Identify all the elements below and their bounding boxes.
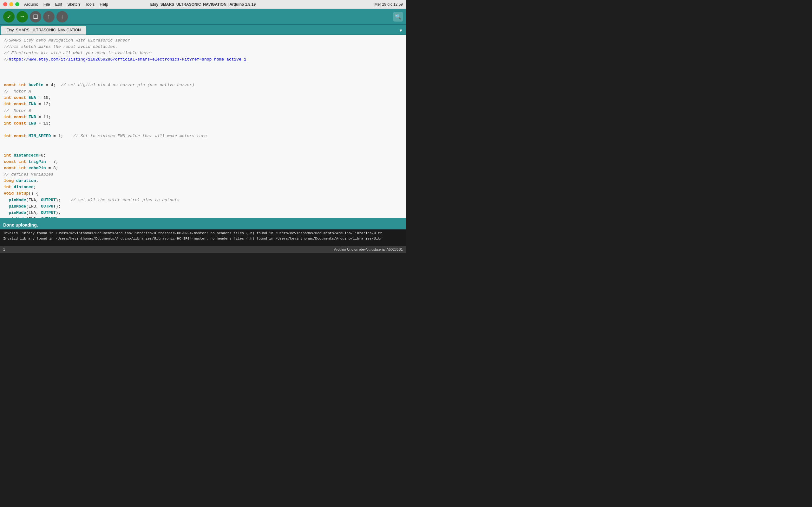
active-tab[interactable]: Etsy_SMARS_ULTRASONIC_NAVIGATION bbox=[1, 26, 86, 35]
code-line-24: int distance; bbox=[4, 184, 402, 190]
console-output: Invalid library found in /Users/kevintho… bbox=[0, 229, 406, 246]
code-line-5 bbox=[4, 63, 402, 69]
toolbar: ✓ → ☐ ↑ ↓ 🔍 bbox=[0, 9, 406, 25]
window-controls[interactable] bbox=[3, 2, 19, 6]
code-line-10: int const ENA = 10; bbox=[4, 95, 402, 101]
code-line-22: // defines variables bbox=[4, 171, 402, 178]
line-number: 1 bbox=[3, 247, 5, 251]
code-line-13: int const ENB = 11; bbox=[4, 114, 402, 120]
code-line-4: //https://www.etsy.com/it/listing/110265… bbox=[4, 56, 402, 63]
status-bar: 1 Arduino Uno on /dev/cu.usbserial-A5028… bbox=[0, 246, 406, 253]
code-line-21: const int echoPin = 8; bbox=[4, 165, 402, 171]
code-line-20: const int trigPin = 7; bbox=[4, 159, 402, 165]
code-line-28: pinMode(INA, OUTPUT); bbox=[4, 210, 402, 216]
search-button[interactable]: 🔍 bbox=[393, 12, 403, 21]
code-line-8: const int buzPin = 4; // set digital pin… bbox=[4, 82, 402, 89]
save-button[interactable]: ↓ bbox=[56, 11, 68, 22]
menu-bar: Arduino File Edit Sketch Tools Help bbox=[19, 2, 108, 7]
menu-file[interactable]: File bbox=[44, 2, 50, 7]
code-line-14: int const INB = 13; bbox=[4, 120, 402, 127]
menu-sketch[interactable]: Sketch bbox=[67, 2, 80, 7]
code-line-16: int const MIN_SPEED = 1; // Set to minim… bbox=[4, 133, 402, 139]
tab-bar: Etsy_SMARS_ULTRASONIC_NAVIGATION ▼ bbox=[0, 25, 406, 35]
menu-tools[interactable]: Tools bbox=[85, 2, 95, 7]
new-button[interactable]: ☐ bbox=[30, 11, 41, 22]
menu-edit[interactable]: Edit bbox=[55, 2, 62, 7]
system-tray: Mer 29 dic 12:59 bbox=[374, 2, 403, 7]
minimize-button[interactable] bbox=[9, 2, 13, 6]
code-line-18 bbox=[4, 146, 402, 152]
code-line-26: pinMode(ENA, OUTPUT); // set all the mot… bbox=[4, 197, 402, 204]
code-line-17 bbox=[4, 139, 402, 146]
code-line-3: // Electronics kit with all what you nee… bbox=[4, 50, 402, 56]
code-line-6 bbox=[4, 69, 402, 76]
console-line-2: Invalid library found in /Users/kevintho… bbox=[3, 236, 403, 241]
board-info: Arduino Uno on /dev/cu.usbserial-A50285B… bbox=[334, 247, 403, 251]
console-divider bbox=[0, 218, 406, 221]
code-line-1: //SMARS Etsy demo Navigation with ultras… bbox=[4, 38, 402, 44]
window-title: Etsy_SMARS_ULTRASONIC_NAVIGATION | Ardui… bbox=[150, 2, 256, 7]
console-status-bar: Done uploading. bbox=[0, 221, 406, 229]
code-line-9: // Motor A bbox=[4, 89, 402, 95]
code-line-11: int const INA = 12; bbox=[4, 101, 402, 107]
code-line-23: long duration; bbox=[4, 178, 402, 184]
code-editor[interactable]: //SMARS Etsy demo Navigation with ultras… bbox=[0, 35, 406, 218]
title-bar: Arduino File Edit Sketch Tools Help Etsy… bbox=[0, 0, 406, 9]
code-line-27: pinMode(ENB, OUTPUT); bbox=[4, 204, 402, 210]
menu-help[interactable]: Help bbox=[100, 2, 108, 7]
code-line-25: void setup() { bbox=[4, 190, 402, 197]
code-line-19: int distancecm=0; bbox=[4, 153, 402, 159]
upload-button[interactable]: → bbox=[16, 11, 28, 22]
upload-status: Done uploading. bbox=[3, 222, 38, 228]
open-button[interactable]: ↑ bbox=[43, 11, 55, 22]
close-button[interactable] bbox=[3, 2, 7, 6]
code-line-2: //This sketch makes the robot avoid obst… bbox=[4, 44, 402, 50]
menu-arduino[interactable]: Arduino bbox=[24, 2, 38, 7]
console-line-1: Invalid library found in /Users/kevintho… bbox=[3, 231, 403, 236]
datetime: Mer 29 dic 12:59 bbox=[374, 2, 403, 7]
tab-dropdown[interactable]: ▼ bbox=[397, 27, 405, 35]
code-line-15 bbox=[4, 127, 402, 133]
code-line-12: // Motor B bbox=[4, 108, 402, 114]
verify-button[interactable]: ✓ bbox=[3, 11, 14, 22]
code-line-7 bbox=[4, 76, 402, 82]
